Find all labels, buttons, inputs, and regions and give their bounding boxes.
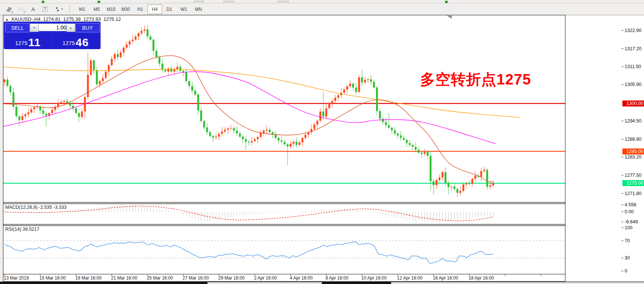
macd-tick-label: 4.558	[625, 202, 636, 207]
macd-tick-label: 0.00	[625, 209, 634, 214]
volume-increase-button[interactable]: ▲	[66, 23, 75, 32]
sell-price-pips: 11	[28, 37, 41, 48]
buy-price-base: 1275	[63, 38, 75, 48]
rsi-tick-label: 0	[625, 268, 627, 274]
time-axis-label: 19 Mar 16:00	[75, 275, 102, 281]
price-tick-label: 1288.80	[625, 137, 641, 142]
time-axis-label: 21 Mar 16:00	[111, 275, 137, 281]
time-axis-label: 2 Apr 16:00	[254, 275, 277, 281]
time-axis-label: 8 Apr 16:00	[326, 275, 348, 281]
time-axis-label: 25 Mar 16:00	[147, 275, 173, 281]
volume-input[interactable]	[38, 23, 69, 31]
time-axis-label: 4 Apr 16:00	[290, 275, 313, 281]
quote-high: 1275.38	[63, 16, 81, 22]
time-axis-label: 12 Apr 16:00	[397, 275, 422, 281]
rsi-indicator-label: RSI(14) 39.5217	[5, 227, 39, 232]
sell-button[interactable]: SELL	[5, 23, 30, 32]
time-axis-label: 16 Apr 16:00	[433, 275, 458, 281]
quote-close: 1275.12	[104, 16, 121, 22]
rsi-tick-label: 30	[625, 255, 630, 261]
one-click-trading-panel: SELL ▼ ▲ BUY 1275 11 1275 46	[4, 22, 100, 49]
price-tick-label: 1294.50	[625, 118, 641, 124]
price-tick-label: 1283.20	[625, 154, 641, 160]
macd-indicator-label: MACD(12,26,9) -2.535 -3.333	[5, 205, 67, 210]
price-tick-label: 1322.90	[625, 28, 641, 33]
price-level-chip-1300.00: 1300.00	[622, 100, 644, 106]
symbol-period-label: XAUUSD-,H4	[11, 16, 41, 22]
collapse-panel-icon[interactable]: ▲	[5, 17, 9, 21]
time-axis-label: 18 Apr 16:00	[469, 275, 494, 281]
rsi-tick-label: 70	[625, 238, 630, 243]
buy-price-display[interactable]: 1275 46	[52, 33, 99, 49]
time-axis-label: 29 Mar 16:00	[218, 275, 245, 281]
taskbar-fragment	[0, 282, 207, 284]
price-tick-label: 1317.20	[625, 46, 641, 51]
trade-panel-controls: SELL ▼ ▲ BUY	[4, 22, 100, 32]
price-level-chip-1285.00: 1285.00	[622, 149, 644, 154]
time-axis-label: 27 Mar 16:00	[183, 275, 209, 281]
window-bottom-edge	[0, 282, 644, 284]
time-axis-label: 15 Mar 16:00	[39, 275, 66, 281]
buy-button[interactable]: BUY	[75, 23, 100, 32]
chart-title: ▲ XAUUSD-,H4 1274.81 1275.38 1273.93 127…	[5, 16, 121, 22]
time-axis-label: 13 Mar 2019	[4, 275, 29, 281]
chart-annotation-text[interactable]: 多空转折点1275	[420, 69, 531, 90]
buy-price-pips: 46	[76, 37, 89, 48]
price-tick-label: 1311.50	[625, 64, 641, 69]
trading-terminal-window: E F A T ▼ M1M5M15M30H1H4D1W1M	[0, 0, 644, 284]
sell-price-base: 1275	[15, 38, 27, 48]
price-level-chip-1275.00: 1275.00	[622, 180, 644, 186]
price-tick-label: 1277.50	[625, 173, 641, 178]
quote-low: 1273.93	[83, 16, 101, 22]
price-tick-label: 1271.80	[625, 191, 641, 196]
macd-tick-label: -6.649	[625, 219, 638, 224]
sell-price-display[interactable]: 1275 11	[5, 33, 51, 49]
taskbar-fragment	[322, 282, 391, 284]
time-axis-label: 10 Apr 16:00	[361, 275, 387, 281]
volume-decrease-button[interactable]: ▼	[30, 23, 39, 32]
rsi-tick-label: 100	[625, 225, 632, 230]
price-tick-label: 1305.90	[625, 82, 641, 87]
quote-open: 1274.81	[43, 16, 61, 22]
